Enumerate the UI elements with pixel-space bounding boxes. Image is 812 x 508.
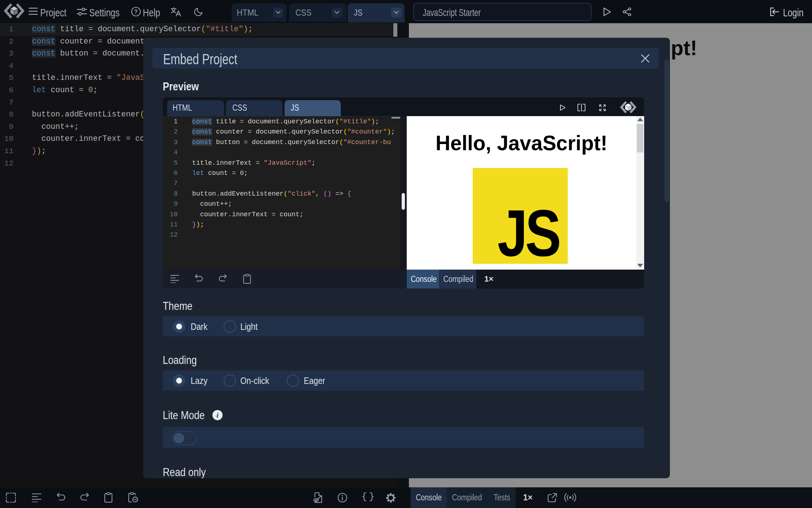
svg-text:?: ? [134,9,138,15]
